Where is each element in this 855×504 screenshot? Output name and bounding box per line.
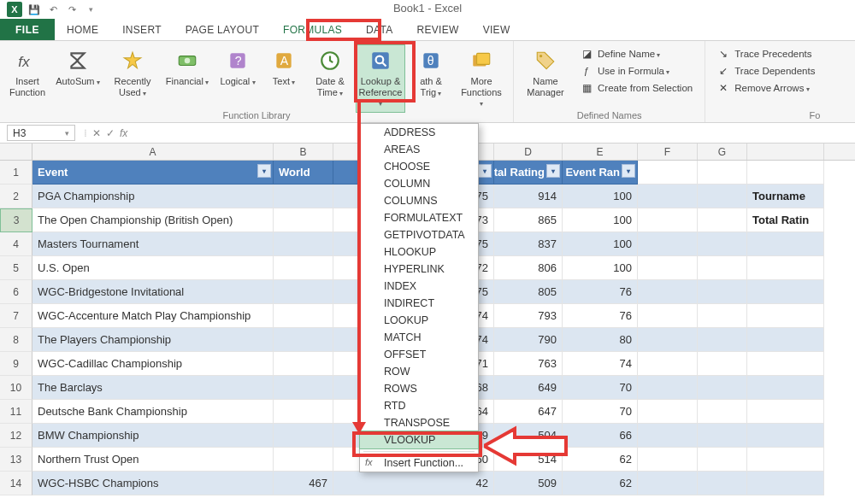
cell-g[interactable] xyxy=(698,208,747,232)
cell-g[interactable] xyxy=(698,328,747,352)
row-header[interactable]: 6 xyxy=(0,280,32,304)
cell-total-rating[interactable]: 805 xyxy=(494,280,563,304)
cell-event[interactable]: The Barclays xyxy=(32,376,274,400)
cell-g[interactable] xyxy=(698,424,747,448)
cell-world[interactable] xyxy=(274,400,333,424)
tab-file[interactable]: FILE xyxy=(0,19,55,40)
cell-total-rating[interactable]: 763 xyxy=(494,352,563,376)
cell-total-rating[interactable]: 514 xyxy=(494,448,563,472)
cell-total-rating[interactable]: 865 xyxy=(494,208,563,232)
menu-item-choose[interactable]: CHOOSE xyxy=(360,158,478,175)
select-all-corner[interactable] xyxy=(0,144,32,161)
cell-event-ran[interactable]: 70 xyxy=(563,376,638,400)
cell-event[interactable]: Masters Tournament xyxy=(32,232,274,256)
recently-used-button[interactable]: Recently Used xyxy=(108,44,157,102)
cell-f[interactable] xyxy=(638,448,698,472)
header-event[interactable]: Event▾ xyxy=(32,161,274,185)
cell-g[interactable] xyxy=(698,472,747,495)
cell-h[interactable] xyxy=(747,256,824,280)
row-header[interactable]: 8 xyxy=(0,328,32,352)
menu-item-column[interactable]: COLUMN xyxy=(360,175,478,192)
cell-rating[interactable]: 42 xyxy=(333,472,494,495)
cell-world[interactable] xyxy=(274,304,333,328)
cell-world[interactable] xyxy=(274,376,333,400)
cell-f1[interactable] xyxy=(638,161,698,185)
menu-item-rtd[interactable]: RTD xyxy=(360,397,478,414)
cell-f[interactable] xyxy=(638,472,698,495)
cell-h[interactable] xyxy=(747,376,824,400)
define-name-button[interactable]: ◪Define Name xyxy=(575,46,698,62)
cell-g[interactable] xyxy=(698,280,747,304)
cell-event-ran[interactable]: 80 xyxy=(563,328,638,352)
cell-world[interactable] xyxy=(274,328,333,352)
cell-g[interactable] xyxy=(698,376,747,400)
autosum-button[interactable]: AutoSum xyxy=(53,44,103,91)
fx-button[interactable]: fx xyxy=(120,127,127,139)
cell-h[interactable] xyxy=(747,472,824,495)
row-header[interactable]: 13 xyxy=(0,448,32,472)
cell-world[interactable] xyxy=(274,256,333,280)
lookup-reference-button[interactable]: Lookup & Reference xyxy=(356,44,405,113)
qat-customize-icon[interactable]: ▾ xyxy=(84,3,97,16)
filter-icon[interactable]: ▾ xyxy=(622,164,635,178)
cell-g[interactable] xyxy=(698,448,747,472)
cell-event[interactable]: The Players Championship xyxy=(32,328,274,352)
menu-item-hyperlink[interactable]: HYPERLINK xyxy=(360,261,478,278)
menu-item-transpose[interactable]: TRANSPOSE xyxy=(360,414,478,431)
row-header[interactable]: 4 xyxy=(0,232,32,256)
cell-g[interactable] xyxy=(698,232,747,256)
menu-item-address[interactable]: ADDRESS xyxy=(360,124,478,141)
menu-item-hlookup[interactable]: HLOOKUP xyxy=(360,243,478,261)
math-trig-button[interactable]: θ ath & Trig xyxy=(410,44,451,102)
menu-item-indirect[interactable]: INDIRECT xyxy=(360,295,478,312)
col-header-b[interactable]: B xyxy=(274,144,333,160)
cell-event-ran[interactable]: 76 xyxy=(563,280,638,304)
cell-g[interactable] xyxy=(698,400,747,424)
menu-item-row[interactable]: ROW xyxy=(360,363,478,380)
tab-insert[interactable]: INSERT xyxy=(110,19,174,40)
row-header[interactable]: 7 xyxy=(0,304,32,328)
row-header[interactable]: 5 xyxy=(0,256,32,280)
cell-event-ran[interactable]: 66 xyxy=(563,424,638,448)
undo-icon[interactable]: ↶ xyxy=(46,3,60,16)
menu-item-columns[interactable]: COLUMNS xyxy=(360,192,478,209)
cell-f[interactable] xyxy=(638,304,698,328)
cell-total-rating[interactable]: 509 xyxy=(494,472,563,495)
cell-event-ran[interactable]: 100 xyxy=(563,185,638,208)
cell-h[interactable] xyxy=(747,448,824,472)
formula-input[interactable] xyxy=(133,123,855,143)
cell-event-ran[interactable]: 100 xyxy=(563,232,638,256)
cell-event[interactable]: U.S. Open xyxy=(32,256,274,280)
trace-dependents-button[interactable]: ↙Trace Dependents xyxy=(712,63,820,79)
tab-page-layout[interactable]: PAGE LAYOUT xyxy=(174,19,271,40)
cell-total-rating[interactable]: 793 xyxy=(494,304,563,328)
logical-button[interactable]: ? Logical xyxy=(217,44,258,91)
menu-item-lookup[interactable]: LOOKUP xyxy=(360,312,478,329)
cell-f[interactable] xyxy=(638,208,698,232)
cell-g[interactable] xyxy=(698,256,747,280)
cell-h1[interactable] xyxy=(747,161,824,185)
row-header[interactable]: 14 xyxy=(0,472,32,495)
cell-total-rating[interactable]: 504 xyxy=(494,424,563,448)
cell-h[interactable] xyxy=(747,280,824,304)
more-functions-button[interactable]: More Functions xyxy=(457,44,506,113)
cell-world[interactable]: 467 xyxy=(274,472,333,495)
cell-event[interactable]: WGC-Cadillac Championship xyxy=(32,352,274,376)
row-header[interactable]: 9 xyxy=(0,352,32,376)
row-header-1[interactable]: 1 xyxy=(0,161,32,185)
cell-event[interactable]: WGC-HSBC Champions xyxy=(32,472,274,495)
cell-world[interactable] xyxy=(274,185,333,208)
cell-world[interactable] xyxy=(274,352,333,376)
col-header-e[interactable]: E xyxy=(563,144,638,160)
cell-f[interactable] xyxy=(638,424,698,448)
menu-item-index[interactable]: INDEX xyxy=(360,278,478,295)
row-header[interactable]: 2 xyxy=(0,185,32,208)
col-header-d[interactable]: D xyxy=(494,144,563,160)
cancel-formula-button[interactable]: ✕ xyxy=(92,127,101,139)
cell-world[interactable] xyxy=(274,448,333,472)
cell-h[interactable]: Tourname xyxy=(747,185,824,208)
cell-f[interactable] xyxy=(638,352,698,376)
name-manager-button[interactable]: Name Manager xyxy=(521,44,570,102)
cell-event[interactable]: WGC-Bridgestone Invitational xyxy=(32,280,274,304)
cell-total-rating[interactable]: 647 xyxy=(494,400,563,424)
